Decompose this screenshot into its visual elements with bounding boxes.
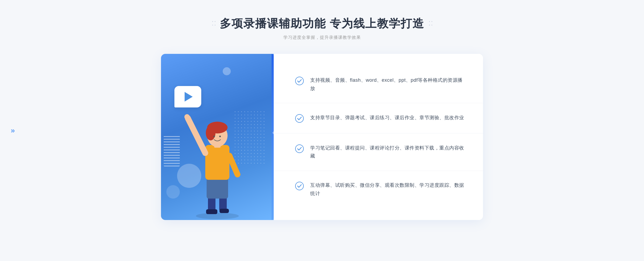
stripes-decoration — [164, 134, 180, 166]
feature-item-1: 支持视频、音频、flash、word、excel、ppt、pdf等各种格式的资源… — [295, 71, 464, 97]
blue-accent-bar — [272, 54, 274, 220]
feature-text-1: 支持视频、音频、flash、word、excel、ppt、pdf等各种格式的资源… — [310, 76, 464, 92]
svg-point-16 — [295, 77, 303, 85]
svg-point-17 — [295, 114, 303, 122]
svg-line-11 — [188, 118, 205, 153]
svg-point-13 — [184, 114, 190, 120]
deco-chevrons: « — [272, 129, 274, 136]
title-row: ⁚ ⁚ 多项录播课辅助功能 专为线上教学打造 ⁚ ⁚ — [212, 16, 432, 31]
nav-arrow-left[interactable]: » — [11, 126, 15, 135]
divider-3 — [274, 171, 483, 171]
deco-circle-2 — [166, 185, 180, 199]
character-illustration — [180, 91, 255, 220]
svg-point-0 — [196, 213, 239, 219]
feature-text-2: 支持章节目录、弹题考试、课后练习、课后作业、章节测验、批改作业 — [310, 114, 464, 122]
decorator-right: ⁚ ⁚ — [429, 20, 432, 27]
page-title: 多项录播课辅助功能 专为线上教学打造 — [220, 16, 424, 31]
check-icon-3 — [295, 144, 304, 153]
check-icon-1 — [295, 77, 304, 85]
feature-text-4: 互动弹幕、试听购买、微信分享、观看次数限制、学习进度跟踪、数据统计 — [310, 181, 464, 197]
content-card: « 支持视频、音频、flash、word、excel、ppt、pdf等各种格式的… — [161, 54, 483, 220]
svg-point-19 — [295, 182, 303, 190]
features-panel: 支持视频、音频、flash、word、excel、ppt、pdf等各种格式的资源… — [274, 54, 483, 220]
svg-rect-5 — [207, 177, 228, 199]
feature-item-2: 支持章节目录、弹题考试、课后练习、课后作业、章节测验、批改作业 — [295, 109, 464, 128]
svg-point-18 — [295, 145, 303, 153]
svg-point-15 — [219, 136, 221, 137]
deco-circle-3 — [223, 67, 231, 75]
feature-item-3: 学习笔记回看、课程提问、课程评论打分、课件资料下载，重点内容收藏 — [295, 139, 464, 165]
check-icon-2 — [295, 114, 304, 123]
decorator-left: ⁚ ⁚ — [212, 20, 215, 27]
svg-point-10 — [206, 125, 215, 140]
svg-line-12 — [229, 156, 237, 174]
svg-rect-6 — [205, 145, 229, 180]
divider-2 — [274, 133, 483, 133]
page-subtitle: 学习进度全掌握，提升录播课教学效果 — [283, 35, 361, 40]
feature-item-4: 互动弹幕、试听购买、微信分享、观看次数限制、学习进度跟踪、数据统计 — [295, 176, 464, 202]
divider-1 — [274, 103, 483, 103]
feature-text-3: 学习笔记回看、课程提问、课程评论打分、课件资料下载，重点内容收藏 — [310, 144, 464, 160]
svg-rect-4 — [219, 209, 229, 213]
svg-rect-3 — [206, 209, 217, 214]
svg-point-14 — [213, 136, 215, 137]
header-section: ⁚ ⁚ 多项录播课辅助功能 专为线上教学打造 ⁚ ⁚ 学习进度全掌握，提升录播课… — [0, 16, 644, 40]
illustration-panel: « — [161, 54, 274, 220]
check-icon-4 — [295, 182, 304, 190]
page-container: » ⁚ ⁚ 多项录播课辅助功能 专为线上教学打造 ⁚ ⁚ 学习进度全掌握，提升录… — [0, 16, 644, 220]
